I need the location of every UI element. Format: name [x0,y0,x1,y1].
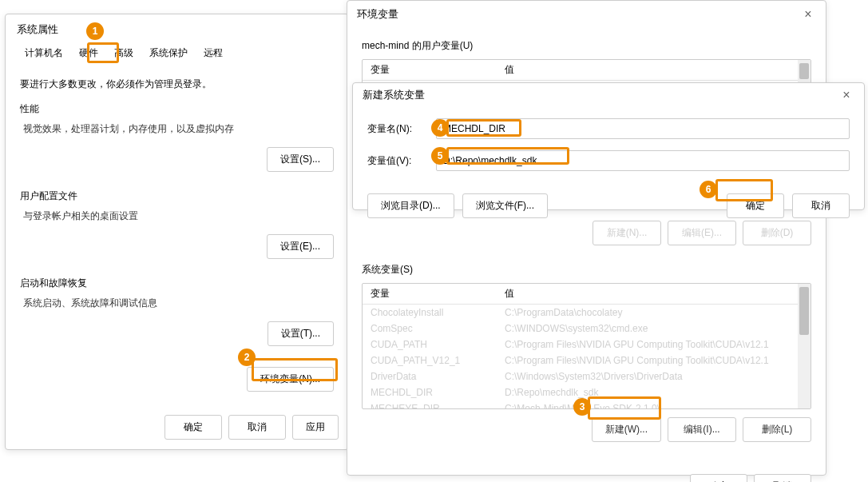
table-row[interactable]: ComSpecC:\WINDOWS\system32\cmd.exe [363,321,811,337]
table-row[interactable]: CUDA_PATHC:\Program Files\NVIDIA GPU Com… [363,337,811,353]
new-system-variable-dialog: 新建系统变量 × 变量名(N): 变量值(V): 浏览目录(D)... 浏览文件… [352,82,865,210]
tab-hardware[interactable]: 硬件 [71,42,106,65]
startup-desc: 系统启动、系统故障和调试信息 [20,297,334,310]
sysprops-body: 要进行大多数更改，你必须作为管理员登录。 性能 视觉效果，处理器计划，内存使用，… [6,65,348,400]
sys-edit-button[interactable]: 编辑(I)... [668,417,736,442]
sys-vars-table[interactable]: 变量 值 ChocolateyInstallC:\ProgramData\cho… [362,283,811,409]
startup-settings-button[interactable]: 设置(T)... [268,321,334,346]
sysprops-footer: 确定 取消 应用 [164,415,339,440]
sys-delete-button[interactable]: 删除(L) [743,417,811,442]
userprof-title: 用户配置文件 [20,189,334,203]
sysprops-tabs: 计算机名 硬件 高级 系统保护 远程 [6,42,348,65]
user-vars-label: mech-mind 的用户变量(U) [362,39,811,53]
sysprops-cancel-button[interactable]: 取消 [228,415,286,440]
close-icon[interactable]: × [800,7,816,22]
section-performance: 性能 视觉效果，处理器计划，内存使用，以及虚拟内存 设置(S)... [20,102,334,172]
tab-remote[interactable]: 远程 [196,42,231,65]
envvars-footer: 确定 取消 [347,466,826,482]
envvar-row: 环境变量(N)... [20,367,334,392]
col-value: 值 [497,60,811,80]
envvars-titlebar: 环境变量 × [347,1,826,28]
table-row[interactable]: DriverDataC:\Windows\System32\Drivers\Dr… [363,368,811,384]
envvars-ok-button[interactable]: 确定 [690,474,747,482]
browse-file-button[interactable]: 浏览文件(F)... [462,193,548,218]
table-row[interactable]: ChocolateyInstallC:\ProgramData\chocolat… [363,305,811,321]
name-label: 变量名(N): [367,122,436,136]
section-startup: 启动和故障恢复 系统启动、系统故障和调试信息 设置(T)... [20,277,334,346]
newvar-ok-button[interactable]: 确定 [727,193,784,218]
sys-new-button[interactable]: 新建(W)... [592,417,661,442]
sysprops-apply-button[interactable]: 应用 [292,415,339,440]
value-row: 变量值(V): [367,150,850,171]
section-user-profiles: 用户配置文件 与登录帐户相关的桌面设置 设置(E)... [20,189,334,259]
sys-vars-label: 系统变量(S) [362,263,811,277]
sys-vars-body: ChocolateyInstallC:\ProgramData\chocolat… [363,305,811,409]
table-header: 变量 值 [363,60,811,81]
user-edit-button[interactable]: 编辑(E)... [668,221,736,245]
value-label: 变量值(V): [367,154,436,168]
startup-title: 启动和故障恢复 [20,277,334,290]
col-variable: 变量 [363,60,497,80]
sysprops-ok-button[interactable]: 确定 [164,415,222,440]
browse-dir-button[interactable]: 浏览目录(D)... [367,193,454,218]
variable-name-input[interactable] [436,118,850,139]
env-variables-button[interactable]: 环境变量(N)... [247,367,334,392]
system-properties-dialog: 系统属性 计算机名 硬件 高级 系统保护 远程 要进行大多数更改，你必须作为管理… [5,14,349,450]
user-vars-buttons: 新建(N)... 编辑(E)... 删除(D) [362,221,811,245]
tab-system-protection[interactable]: 系统保护 [141,42,196,65]
user-new-button[interactable]: 新建(N)... [593,221,661,245]
sysprops-title: 系统属性 [17,22,58,37]
perf-desc: 视觉效果，处理器计划，内存使用，以及虚拟内存 [20,122,334,136]
newvar-titlebar: 新建系统变量 × [353,83,864,107]
perf-title: 性能 [20,102,334,116]
user-delete-button[interactable]: 删除(D) [743,221,811,245]
table-row[interactable]: MECHDL_DIRD:\Repo\mechdlk_sdk [363,384,811,400]
sys-vars-buttons: 新建(W)... 编辑(I)... 删除(L) [362,417,811,442]
newvar-footer: 浏览目录(D)... 浏览文件(F)... 确定 取消 [353,193,864,218]
newvar-body: 变量名(N): 变量值(V): [353,107,864,193]
variable-value-input[interactable] [436,150,850,171]
perf-settings-button[interactable]: 设置(S)... [267,147,334,172]
userprof-settings-button[interactable]: 设置(E)... [267,234,334,259]
envvars-title: 环境变量 [357,7,398,22]
envvars-cancel-button[interactable]: 取消 [754,474,811,482]
table-row[interactable]: MECHEYE_DIRC:\Mech-Mind\Mech-Eye SDK-2.1… [363,400,811,409]
newvar-cancel-button[interactable]: 取消 [792,193,850,218]
tab-advanced[interactable]: 高级 [106,42,141,65]
name-row: 变量名(N): [367,118,850,139]
close-icon[interactable]: × [838,88,854,102]
sysprops-titlebar: 系统属性 [6,14,348,42]
table-header: 变量 值 [363,284,811,305]
scrollbar[interactable] [798,284,811,408]
col-value: 值 [497,284,811,304]
intro-text: 要进行大多数更改，你必须作为管理员登录。 [20,78,334,91]
tab-computer-name[interactable]: 计算机名 [17,42,71,65]
userprof-desc: 与登录帐户相关的桌面设置 [20,209,334,223]
table-row[interactable]: CUDA_PATH_V12_1C:\Program Files\NVIDIA G… [363,353,811,368]
col-variable: 变量 [363,284,497,304]
newvar-title: 新建系统变量 [363,88,425,102]
environment-variables-dialog: 环境变量 × mech-mind 的用户变量(U) 变量 值 新建(N)... … [347,0,826,476]
